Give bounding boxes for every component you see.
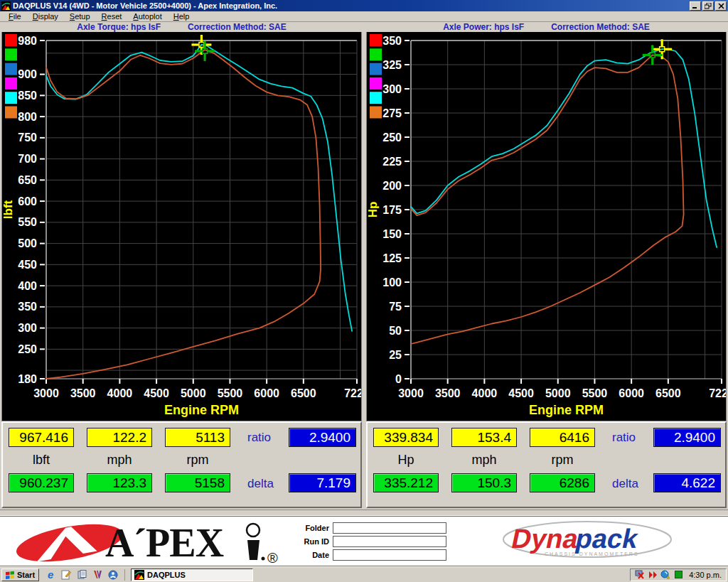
- power-plot[interactable]: 3503253002752502252001751501251007550250…: [367, 32, 726, 421]
- torque-plot[interactable]: 9809008508007507006506005505004504003503…: [2, 32, 361, 421]
- power-rpm-label: rpm: [530, 453, 595, 468]
- power-readout-panel: 339.834 153.4 6416 ratio 2.9400 Hp mph r…: [366, 421, 727, 508]
- legend-swatch[interactable]: [370, 77, 382, 90]
- svg-text:7227: 7227: [344, 387, 361, 399]
- torque-cursor1-rpm: 5113: [165, 428, 230, 447]
- legend-swatch[interactable]: [5, 92, 17, 104]
- svg-text:5000: 5000: [181, 387, 206, 399]
- start-button[interactable]: Start: [1, 568, 39, 581]
- channel-legend[interactable]: [370, 34, 382, 119]
- apexi-logo: A´PEX ®: [13, 519, 301, 564]
- update-warning-icon[interactable]: [660, 570, 670, 580]
- svg-text:150: 150: [382, 228, 402, 240]
- taskbar: Start e: [0, 566, 728, 582]
- svg-text:100: 100: [382, 276, 402, 289]
- svg-text:550: 550: [18, 216, 37, 228]
- media-player-icon[interactable]: [92, 569, 103, 581]
- svg-text:3000: 3000: [398, 387, 424, 399]
- torque-delta-label: delta: [247, 477, 289, 491]
- fast-forward-icon[interactable]: [648, 570, 658, 580]
- menu-setup[interactable]: Setup: [64, 11, 96, 21]
- power-cursor1-mph: 153.4: [451, 428, 517, 447]
- channel-legend[interactable]: [5, 34, 17, 119]
- quick-launch-bar: e: [45, 569, 125, 581]
- svg-text:7227: 7227: [709, 387, 726, 399]
- desktop-screen: DAQPLUS V14 (4WD - Motor Vehicle 2500+40…: [0, 0, 728, 582]
- svg-text:400: 400: [18, 280, 37, 292]
- svg-text:300: 300: [18, 322, 37, 334]
- svg-text:4500: 4500: [508, 387, 534, 399]
- menu-autoplot[interactable]: Autoplot: [127, 11, 167, 21]
- svg-text:750: 750: [18, 131, 37, 144]
- legend-swatch[interactable]: [370, 92, 382, 104]
- svg-text:4000: 4000: [107, 387, 133, 399]
- date-input[interactable]: [333, 549, 446, 561]
- legend-swatch[interactable]: [5, 107, 17, 119]
- svg-text:3000: 3000: [33, 387, 59, 399]
- windows-logo-icon: [6, 571, 15, 579]
- svg-text:A´PEX: A´PEX: [105, 521, 224, 564]
- menu-display[interactable]: Display: [27, 11, 64, 21]
- power-correction-method: Correction Method: SAE: [551, 22, 650, 32]
- daqplus-app-icon[interactable]: [1, 1, 11, 11]
- svg-text:3500: 3500: [435, 387, 461, 399]
- window-title: DAQPLUS V14 (4WD - Motor Vehicle 2500+40…: [13, 0, 690, 11]
- legend-swatch[interactable]: [5, 34, 17, 46]
- restore-button[interactable]: [702, 1, 714, 11]
- menu-file[interactable]: File: [3, 11, 27, 21]
- network-offline-icon[interactable]: [635, 570, 645, 580]
- legend-swatch[interactable]: [370, 63, 382, 75]
- svg-text:980: 980: [18, 35, 37, 47]
- power-cursor2-value: 335.212: [373, 473, 439, 492]
- svg-text:325: 325: [382, 59, 402, 71]
- window-titlebar[interactable]: DAQPLUS V14 (4WD - Motor Vehicle 2500+40…: [0, 0, 728, 11]
- svg-text:600: 600: [18, 195, 37, 208]
- readouts-row: 967.416 122.2 5113 ratio 2.9400 lbft mph…: [0, 420, 728, 510]
- legend-swatch[interactable]: [370, 107, 382, 119]
- apexi-registered-mark: ®: [267, 550, 278, 564]
- messenger-icon[interactable]: [107, 569, 119, 581]
- svg-text:250: 250: [18, 343, 37, 355]
- compose-mail-icon[interactable]: [60, 569, 72, 581]
- svg-text:6500: 6500: [291, 387, 316, 399]
- svg-text:3500: 3500: [70, 387, 96, 399]
- run-info-form: Folder Run ID Date: [287, 522, 446, 561]
- documents-icon[interactable]: [76, 569, 87, 581]
- svg-text:275: 275: [382, 107, 402, 119]
- svg-text:125: 125: [382, 252, 402, 264]
- svg-text:650: 650: [18, 174, 37, 186]
- axle-torque-run: [46, 50, 321, 379]
- legend-swatch[interactable]: [5, 63, 17, 75]
- daqplus-task-icon: [134, 570, 144, 580]
- legend-swatch[interactable]: [370, 48, 382, 60]
- power-chart-panel: Axle Power: hps IsF Correction Method: S…: [366, 22, 727, 420]
- svg-text:75: 75: [389, 301, 402, 313]
- status-square-icon[interactable]: [673, 570, 683, 580]
- legend-swatch[interactable]: [370, 34, 382, 46]
- legend-swatch[interactable]: [5, 77, 17, 90]
- taskbar-button-daqplus[interactable]: DAQPLUS: [131, 568, 253, 581]
- svg-text:6500: 6500: [655, 387, 681, 399]
- power-ratio-label: ratio: [612, 431, 653, 445]
- dynapack-pack: pack: [573, 523, 641, 554]
- legend-swatch[interactable]: [5, 48, 17, 60]
- torque-ratio-label: ratio: [247, 431, 289, 445]
- svg-text:900: 900: [18, 68, 37, 80]
- folder-input[interactable]: [333, 522, 446, 534]
- menu-help[interactable]: Help: [168, 11, 196, 21]
- start-label: Start: [17, 571, 35, 579]
- menu-reset[interactable]: Reset: [96, 11, 128, 21]
- power-ratio-value: 2.9400: [653, 428, 721, 447]
- dynapack-logo: Dyna pack CHASSIS DYNAMOMETERS: [500, 519, 678, 564]
- svg-text:6000: 6000: [619, 387, 644, 399]
- run-id-input[interactable]: [333, 536, 446, 547]
- axle-power-run: [411, 55, 684, 344]
- minimize-button[interactable]: [690, 1, 701, 11]
- svg-text:850: 850: [18, 90, 37, 102]
- taskbar-clock[interactable]: 4:30 p.m.: [686, 571, 722, 579]
- close-icon[interactable]: [715, 1, 727, 11]
- internet-explorer-icon[interactable]: e: [45, 569, 56, 581]
- power-delta-value: 4.622: [653, 473, 721, 492]
- svg-text:700: 700: [18, 153, 37, 165]
- power-chart-header: Axle Power: hps IsF Correction Method: S…: [366, 22, 727, 32]
